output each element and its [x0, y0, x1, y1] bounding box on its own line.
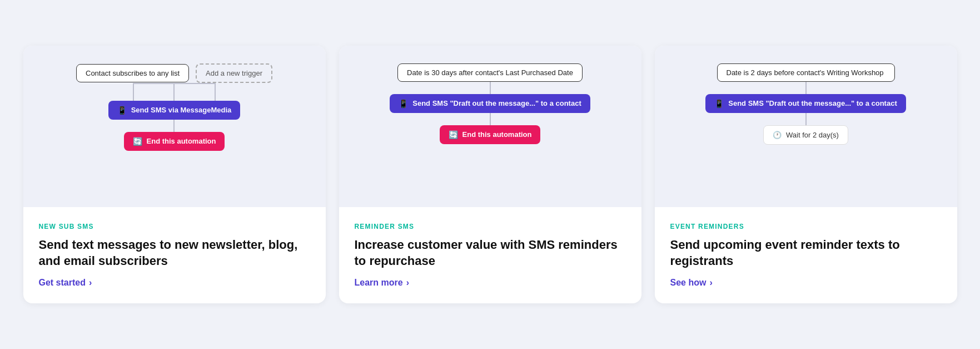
- card-diagram-1: Contact subscribes to any list Add a new…: [23, 46, 326, 207]
- end-automation-btn-2: 🔄 End this automation: [440, 125, 541, 144]
- card-content-2: REMINDER SMS Increase customer value wit…: [339, 207, 641, 303]
- end-icon-2: 🔄: [449, 130, 458, 139]
- card-event-reminders: Date is 2 days before contact's Writing …: [655, 46, 957, 303]
- card-new-sub-sms: Contact subscribes to any list Add a new…: [23, 46, 326, 303]
- action-btn-sms-3: 📱 Send SMS "Draft out the message..." to…: [705, 94, 906, 113]
- action-btn-sms-2: 📱 Send SMS "Draft out the message..." to…: [390, 94, 590, 113]
- trigger-box-1b[interactable]: Add a new trigger: [196, 63, 272, 83]
- card-title-2: Increase customer value with SMS reminde…: [355, 237, 626, 269]
- trigger-box-1a: Contact subscribes to any list: [76, 64, 189, 82]
- end-icon-1: 🔄: [133, 137, 142, 146]
- card-link-2[interactable]: Learn more ›: [355, 278, 626, 288]
- sms-icon-3: 📱: [714, 99, 724, 108]
- cards-container: Contact subscribes to any list Add a new…: [23, 46, 957, 303]
- category-label-3: EVENT REMINDERS: [670, 223, 942, 230]
- sms-icon-1: 📱: [117, 106, 127, 115]
- chevron-icon-1: ›: [89, 278, 92, 288]
- card-reminder-sms: Date is 30 days after contact's Last Pur…: [339, 46, 641, 303]
- wait-btn-3: 🕐 Wait for 2 day(s): [763, 125, 848, 145]
- card-title-1: Send text messages to new newsletter, bl…: [39, 237, 310, 269]
- end-automation-btn-1: 🔄 End this automation: [124, 132, 225, 151]
- trigger-box-2: Date is 30 days after contact's Last Pur…: [397, 63, 583, 82]
- card-link-1[interactable]: Get started ›: [39, 278, 310, 288]
- trigger-box-3: Date is 2 days before contact's Writing …: [717, 63, 895, 82]
- card-link-3[interactable]: See how ›: [670, 278, 942, 288]
- card-diagram-3: Date is 2 days before contact's Writing …: [655, 46, 957, 207]
- chevron-icon-2: ›: [406, 278, 409, 288]
- card-title-3: Send upcoming event reminder texts to re…: [670, 237, 942, 269]
- chevron-icon-3: ›: [709, 278, 712, 288]
- clock-icon-3: 🕐: [773, 131, 782, 139]
- card-diagram-2: Date is 30 days after contact's Last Pur…: [339, 46, 641, 207]
- action-btn-sms-1: 📱 Send SMS via MessageMedia: [108, 101, 241, 120]
- sms-icon-2: 📱: [399, 99, 408, 108]
- card-content-3: EVENT REMINDERS Send upcoming event remi…: [655, 207, 957, 303]
- category-label-2: REMINDER SMS: [355, 223, 626, 230]
- card-content-1: NEW SUB SMS Send text messages to new ne…: [23, 207, 326, 303]
- category-label-1: NEW SUB SMS: [39, 223, 310, 230]
